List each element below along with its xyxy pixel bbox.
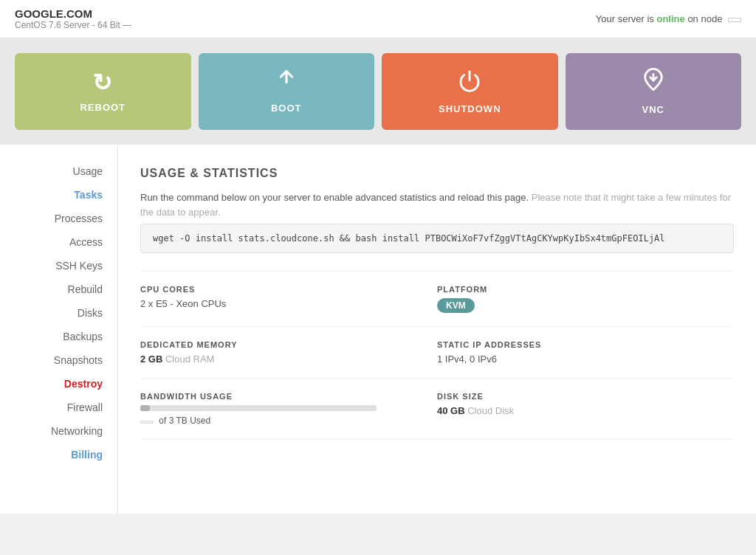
sidebar-item-tasks[interactable]: Tasks [0, 183, 117, 207]
status-prefix: Your server is [596, 13, 654, 24]
node-badge [728, 18, 741, 22]
top-bar: GOOGLE.COM CentOS 7.6 Server - 64 Bit — … [0, 0, 756, 38]
cpu-cores-value: 2 x E5 - Xeon CPUs [140, 298, 437, 309]
memory-type: Cloud RAM [165, 354, 214, 365]
boot-icon [275, 69, 298, 95]
stat-cpu-cores: CPU CORES 2 x E5 - Xeon CPUs [140, 271, 437, 326]
sidebar-item-snapshots[interactable]: Snapshots [0, 348, 117, 372]
vnc-label: VNC [642, 104, 664, 115]
sidebar: Usage Tasks Processes Access SSH Keys Re… [0, 145, 118, 514]
disk-gb: 40 GB [437, 405, 465, 416]
stat-platform: PLATFORM KVM [437, 271, 734, 326]
sidebar-item-disks[interactable]: Disks [0, 301, 117, 325]
server-subtitle: CentOS 7.6 Server - 64 Bit — [15, 20, 131, 30]
instruction-text: Run the command below on your server to … [140, 190, 734, 219]
disk-label: DISK SIZE [437, 392, 734, 401]
sidebar-item-destroy[interactable]: Destroy [0, 372, 117, 396]
sidebar-item-ssh-keys[interactable]: SSH Keys [0, 254, 117, 278]
content-area: USAGE & STATISTICS Run the command below… [118, 145, 756, 514]
stat-disk: DISK SIZE 40 GB Cloud Disk [437, 378, 734, 439]
disk-value: 40 GB Cloud Disk [437, 405, 734, 416]
command-box[interactable]: wget -O install stats.cloudcone.sh && ba… [140, 224, 734, 253]
node-prefix: on node [687, 13, 722, 24]
vnc-button[interactable]: VNC [566, 53, 742, 130]
bottom-divider [140, 439, 734, 440]
shutdown-label: SHUTDOWN [439, 103, 501, 114]
sidebar-item-access[interactable]: Access [0, 230, 117, 254]
server-info: GOOGLE.COM CentOS 7.6 Server - 64 Bit — [15, 7, 131, 30]
stat-static-ip: STATIC IP ADDRESSES 1 IPv4, 0 IPv6 [437, 326, 734, 378]
stat-memory: DEDICATED MEMORY 2 GB Cloud RAM [140, 326, 437, 378]
site-title: GOOGLE.COM [15, 7, 131, 20]
boot-button[interactable]: BOOT [199, 53, 375, 130]
bandwidth-used [140, 421, 154, 424]
reboot-label: REBOOT [80, 102, 126, 113]
sidebar-item-networking[interactable]: Networking [0, 419, 117, 443]
bandwidth-bar-container: of 3 TB Used [140, 405, 437, 426]
static-ip-label: STATIC IP ADDRESSES [437, 340, 734, 349]
bandwidth-bar-fill [140, 405, 150, 411]
main-content: Usage Tasks Processes Access SSH Keys Re… [0, 145, 756, 514]
sidebar-item-backups[interactable]: Backups [0, 325, 117, 348]
memory-label: DEDICATED MEMORY [140, 340, 437, 349]
bandwidth-text: of 3 TB Used [140, 416, 437, 426]
shutdown-button[interactable]: SHUTDOWN [382, 53, 558, 130]
platform-value: KVM [437, 298, 734, 313]
cpu-cores-label: CPU CORES [140, 285, 437, 294]
vnc-icon [641, 68, 666, 97]
sidebar-item-billing[interactable]: Billing [0, 443, 117, 466]
reboot-button[interactable]: ↻ REBOOT [15, 53, 191, 130]
memory-value: 2 GB Cloud RAM [140, 354, 437, 365]
shutdown-icon [458, 69, 481, 96]
bandwidth-total: of 3 TB Used [159, 416, 210, 426]
sidebar-item-processes[interactable]: Processes [0, 207, 117, 230]
section-title: USAGE & STATISTICS [140, 167, 734, 180]
server-status: Your server is online on node [596, 13, 741, 24]
stats-grid: CPU CORES 2 x E5 - Xeon CPUs PLATFORM KV… [140, 271, 734, 439]
disk-type: Cloud Disk [467, 405, 514, 416]
bandwidth-label: BANDWIDTH USAGE [140, 392, 437, 401]
sidebar-item-usage[interactable]: Usage [0, 159, 117, 183]
sidebar-item-firewall[interactable]: Firewall [0, 396, 117, 419]
memory-gb: 2 GB [140, 354, 162, 365]
reboot-icon: ↻ [92, 71, 113, 94]
static-ip-value: 1 IPv4, 0 IPv6 [437, 354, 734, 365]
action-buttons-bar: ↻ REBOOT BOOT SHUTDOWN VNC [0, 38, 756, 145]
instruction-main: Run the command below on your server to … [140, 192, 529, 203]
stat-bandwidth: BANDWIDTH USAGE of 3 TB Used [140, 378, 437, 439]
sidebar-item-rebuild[interactable]: Rebuild [0, 278, 117, 301]
online-label: online [656, 13, 684, 24]
bandwidth-bar-bg [140, 405, 377, 411]
boot-label: BOOT [271, 103, 302, 114]
platform-label: PLATFORM [437, 285, 734, 294]
kvm-badge: KVM [437, 298, 475, 313]
